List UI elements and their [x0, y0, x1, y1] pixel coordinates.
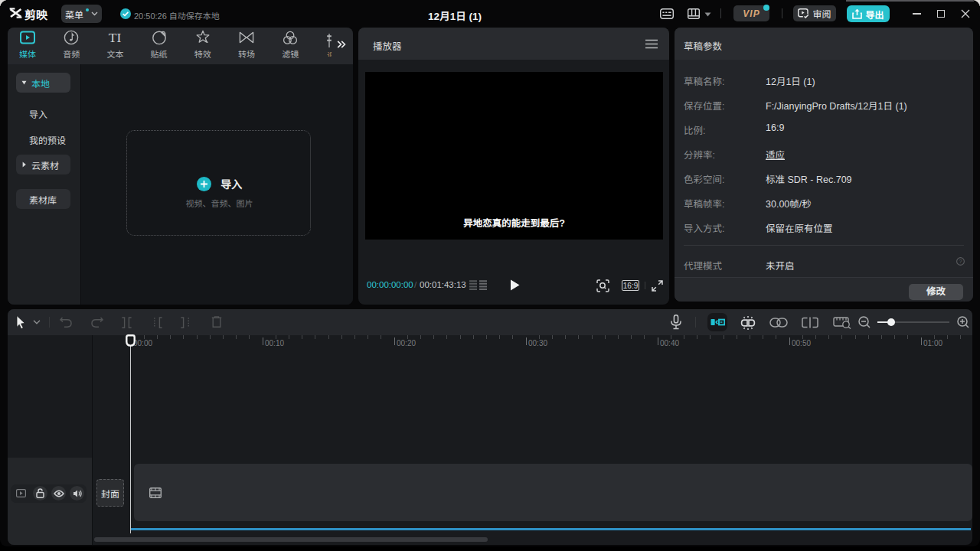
svg-text:TI: TI — [109, 30, 122, 45]
svg-text:?: ? — [959, 259, 962, 264]
